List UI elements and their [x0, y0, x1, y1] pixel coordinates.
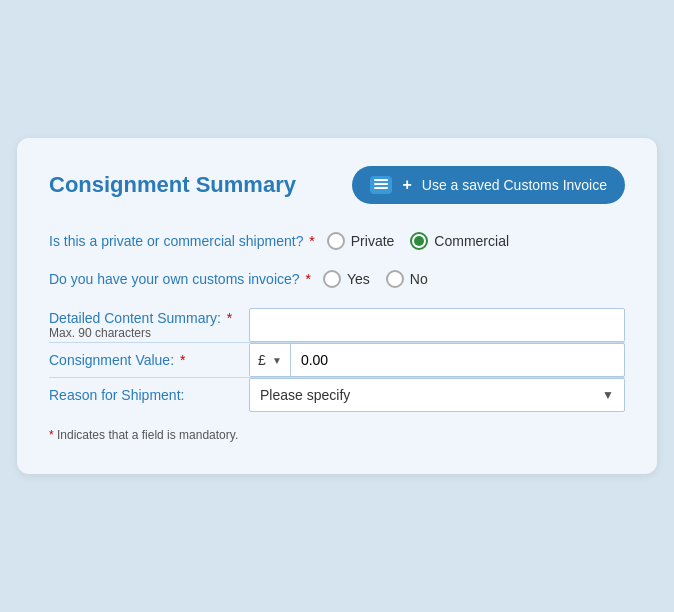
- currency-select-wrap: £ $ € ▼: [250, 344, 291, 376]
- card-header: Consignment Summary + Use a saved Custom…: [49, 166, 625, 204]
- content-summary-sublabel: Max. 90 characters: [49, 326, 249, 340]
- radio-yes-indicator: [323, 270, 341, 288]
- radio-no[interactable]: No: [386, 270, 428, 288]
- radio-no-label: No: [410, 271, 428, 287]
- svg-rect-2: [374, 187, 388, 189]
- currency-arrow-icon: ▼: [272, 355, 282, 366]
- shipment-type-label: Is this a private or commercial shipment…: [49, 233, 315, 249]
- consignment-value-field-box: £ $ € ▼: [249, 343, 625, 377]
- content-summary-label: Detailed Content Summary: *: [49, 310, 232, 326]
- fields-table: Detailed Content Summary: * Max. 90 char…: [49, 308, 625, 412]
- reason-select-wrap: Please specify Gift Sale Sample Repair/R…: [249, 378, 625, 412]
- consignment-amount-input[interactable]: [291, 344, 624, 376]
- content-summary-field-box: [249, 308, 625, 342]
- reason-input-cell: Please specify Gift Sale Sample Repair/R…: [249, 378, 625, 413]
- radio-private-indicator: [327, 232, 345, 250]
- reason-shipment-row: Reason for Shipment: Please specify Gift…: [49, 378, 625, 413]
- currency-select[interactable]: £ $ €: [258, 352, 270, 368]
- radio-no-indicator: [386, 270, 404, 288]
- radio-yes-label: Yes: [347, 271, 370, 287]
- content-summary-label-cell: Detailed Content Summary: * Max. 90 char…: [49, 308, 249, 343]
- radio-private[interactable]: Private: [327, 232, 395, 250]
- svg-rect-1: [374, 183, 388, 185]
- radio-commercial-indicator: [410, 232, 428, 250]
- required-star-invoice: *: [302, 271, 311, 287]
- saved-invoice-label: Use a saved Customs Invoice: [422, 177, 607, 193]
- content-summary-input[interactable]: [250, 309, 624, 341]
- required-star-content: *: [223, 310, 232, 326]
- consignment-value-label: Consignment Value: *: [49, 352, 185, 368]
- consignment-summary-card: Consignment Summary + Use a saved Custom…: [17, 138, 657, 474]
- mandatory-star: *: [49, 428, 54, 442]
- consignment-value-input-cell: £ $ € ▼: [249, 343, 625, 378]
- radio-private-label: Private: [351, 233, 395, 249]
- consignment-value-label-cell: Consignment Value: *: [49, 343, 249, 378]
- radio-commercial[interactable]: Commercial: [410, 232, 509, 250]
- shipment-type-radio-group: Private Commercial: [327, 232, 509, 250]
- reason-label-cell: Reason for Shipment:: [49, 378, 249, 413]
- svg-rect-0: [374, 179, 388, 181]
- currency-row: £ $ € ▼: [250, 344, 624, 376]
- shipment-type-row: Is this a private or commercial shipment…: [49, 232, 625, 250]
- content-summary-input-cell: [249, 308, 625, 343]
- consignment-value-row: Consignment Value: * £ $ € ▼: [49, 343, 625, 378]
- mandatory-note: * Indicates that a field is mandatory.: [49, 428, 625, 442]
- radio-commercial-label: Commercial: [434, 233, 509, 249]
- reason-select[interactable]: Please specify Gift Sale Sample Repair/R…: [250, 379, 602, 411]
- card-title: Consignment Summary: [49, 172, 296, 198]
- required-star-value: *: [176, 352, 185, 368]
- customs-invoice-radio-group: Yes No: [323, 270, 428, 288]
- list-icon: [370, 176, 392, 194]
- customs-invoice-row: Do you have your own customs invoice? * …: [49, 270, 625, 288]
- radio-yes[interactable]: Yes: [323, 270, 370, 288]
- customs-invoice-label: Do you have your own customs invoice? *: [49, 271, 311, 287]
- plus-icon: +: [402, 176, 411, 194]
- content-summary-row: Detailed Content Summary: * Max. 90 char…: [49, 308, 625, 343]
- reason-label: Reason for Shipment:: [49, 387, 184, 403]
- saved-invoice-button[interactable]: + Use a saved Customs Invoice: [352, 166, 625, 204]
- required-star-shipment: *: [305, 233, 314, 249]
- reason-select-arrow-icon: ▼: [602, 388, 624, 402]
